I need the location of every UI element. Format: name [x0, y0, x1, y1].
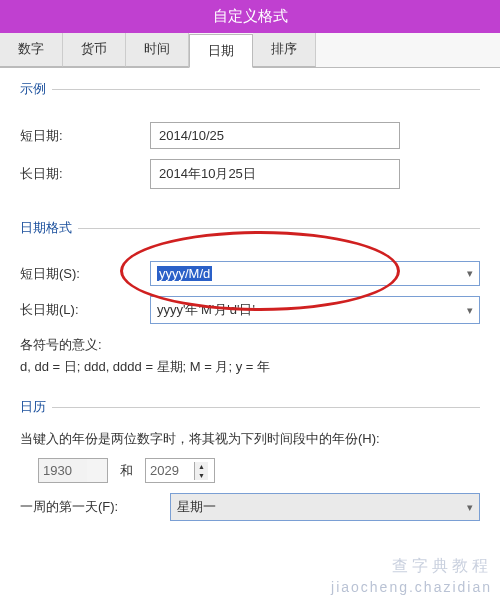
chevron-down-icon: ▾: [467, 501, 473, 514]
year-from-input: [39, 459, 87, 482]
spin-up-icon[interactable]: ▲: [195, 462, 208, 471]
tab-number[interactable]: 数字: [0, 33, 63, 67]
watermark-url: jiaocheng.chazidian: [331, 579, 492, 595]
long-date-format-label: 长日期(L):: [20, 301, 150, 319]
watermark-text: 查字典教程: [392, 556, 492, 577]
first-day-select[interactable]: 星期一 ▾: [170, 493, 480, 521]
year-to-input[interactable]: [146, 459, 194, 482]
long-date-example-label: 长日期:: [20, 165, 150, 183]
chevron-down-icon: ▾: [467, 267, 473, 280]
calendar-group: 日历 当键入的年份是两位数字时，将其视为下列时间段中的年份(H): 和 ▲ ▼ …: [20, 398, 480, 531]
date-format-group: 日期格式 短日期(S): yyyy/M/d ▾ 长日期(L): yyyy'年'M…: [20, 219, 480, 378]
long-date-format-select[interactable]: yyyy'年'M'月'd'日' ▾: [150, 296, 480, 324]
and-label: 和: [108, 462, 145, 480]
year-from-box: [38, 458, 108, 483]
long-date-example-value: 2014年10月25日: [150, 159, 400, 189]
short-date-example-label: 短日期:: [20, 127, 150, 145]
calendar-legend: 日历: [20, 398, 52, 416]
tab-date[interactable]: 日期: [189, 34, 253, 68]
symbol-meaning-text: d, dd = 日; ddd, dddd = 星期; M = 月; y = 年: [20, 356, 480, 378]
spin-down-icon[interactable]: ▼: [195, 471, 208, 480]
first-day-value: 星期一: [177, 498, 216, 516]
tab-bar: 数字 货币 时间 日期 排序: [0, 33, 500, 68]
two-digit-year-label: 当键入的年份是两位数字时，将其视为下列时间段中的年份(H):: [20, 430, 480, 448]
year-to-spinner[interactable]: ▲ ▼: [145, 458, 215, 483]
first-day-label: 一周的第一天(F):: [20, 498, 170, 516]
short-date-format-select[interactable]: yyyy/M/d ▾: [150, 261, 480, 286]
window-title: 自定义格式: [0, 0, 500, 33]
long-date-format-value: yyyy'年'M'月'd'日': [157, 301, 255, 319]
tab-sort[interactable]: 排序: [253, 33, 316, 67]
short-date-example-value: 2014/10/25: [150, 122, 400, 149]
date-format-legend: 日期格式: [20, 219, 78, 237]
tab-time[interactable]: 时间: [126, 33, 189, 67]
short-date-format-label: 短日期(S):: [20, 265, 150, 283]
example-group: 示例 短日期: 2014/10/25 长日期: 2014年10月25日: [20, 80, 480, 199]
chevron-down-icon: ▾: [467, 304, 473, 317]
example-legend: 示例: [20, 80, 52, 98]
tab-currency[interactable]: 货币: [63, 33, 126, 67]
short-date-format-value: yyyy/M/d: [157, 266, 212, 281]
symbol-meaning-label: 各符号的意义:: [20, 334, 480, 356]
